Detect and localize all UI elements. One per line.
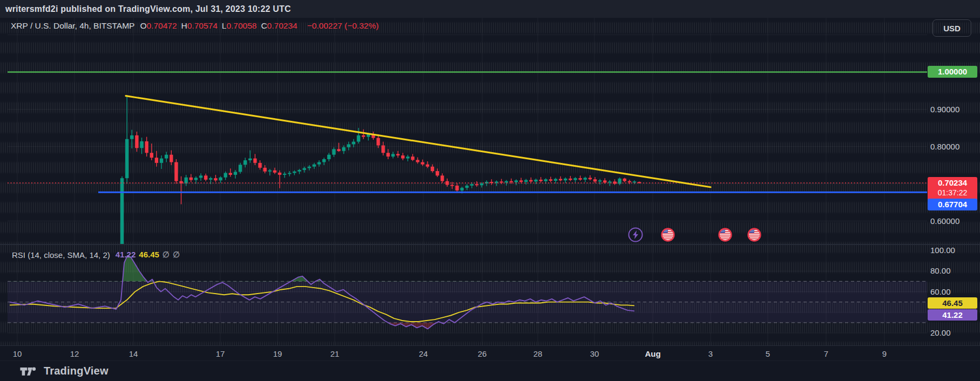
rsi-axis-badge: 46.45 [928, 297, 977, 309]
ohlc-label: L [222, 21, 227, 31]
rsi-axis-label: 20.00 [930, 328, 951, 337]
price-axis-label: 0.60000 [930, 216, 959, 226]
time-axis-label: 21 [330, 349, 340, 358]
time-axis-label: 9 [882, 349, 887, 358]
us-flag-event-icon[interactable] [661, 228, 675, 242]
us-flag-event-icon[interactable] [718, 228, 732, 242]
ohlc-label: O [140, 21, 146, 31]
rsi-values-group: 41.2246.45∅∅ [116, 250, 183, 260]
rsi-axis-label: 80.00 [930, 266, 951, 275]
ohlc-item: H0.70574 [181, 21, 218, 31]
time-axis-label: 30 [590, 349, 599, 358]
ohlc-label: H [181, 21, 187, 31]
ohlc-value: 0.70234 [267, 21, 298, 31]
time-axis-label: 28 [533, 349, 543, 358]
time-axis-label: Aug [645, 349, 660, 358]
rsi-axis-label: 60.00 [930, 287, 951, 296]
time-axis[interactable]: 10121417192124262830Aug3579 [0, 345, 980, 360]
ohlc-item: C0.70234 [261, 21, 297, 31]
last-price-badge: 0.7023401:37:22 [928, 177, 977, 201]
ohlc-value: 0.70058 [226, 21, 256, 31]
ohlc-group: O0.70472H0.70574L0.70058C0.70234 [140, 21, 301, 31]
null-value-symbol: ∅ [173, 250, 180, 259]
ohlc-item: O0.70472 [140, 21, 177, 31]
symbol-title[interactable]: XRP / U.S. Dollar, 4h, BITSTAMP [11, 21, 134, 31]
time-axis-label: 24 [419, 349, 428, 358]
time-axis-label: 17 [216, 349, 225, 358]
ohlc-item: L0.70058 [222, 21, 257, 31]
bar-countdown-timer: 01:37:22 [928, 188, 977, 198]
symbol-legend: XRP / U.S. Dollar, 4h, BITSTAMP O0.70472… [11, 21, 379, 31]
change-value: −0.00227 (−0.32%) [307, 21, 379, 31]
null-value-symbol: ∅ [163, 250, 170, 259]
time-axis-label: 10 [13, 349, 22, 358]
ohlc-value: 0.70472 [146, 21, 177, 31]
price-axis-label: 0.90000 [930, 105, 959, 114]
rsi-title[interactable]: RSI (14, close, SMA, 14, 2) [12, 250, 110, 260]
price-axis-label: 0.80000 [930, 142, 959, 151]
chart-canvas[interactable] [0, 0, 980, 381]
last-price-value: 0.70234 [928, 178, 977, 188]
price-level-badge-blue: 0.67704 [928, 199, 977, 210]
time-axis-label: 3 [708, 349, 713, 358]
rsi-axis-badge: 41.22 [928, 309, 977, 321]
ohlc-value: 0.70574 [187, 21, 218, 31]
time-axis-label: 12 [70, 349, 79, 358]
price-axis[interactable]: 0.900000.800000.60000100.0080.0060.0020.… [927, 18, 980, 345]
time-axis-label: 19 [273, 349, 282, 358]
tradingview-published-chart: writersmfd2i published on TradingView.co… [0, 0, 980, 381]
rsi-value: 41.22 [116, 250, 136, 259]
us-flag-event-icon[interactable] [747, 228, 761, 242]
tradingview-logo-icon[interactable] [19, 365, 38, 377]
tradingview-logo-text[interactable]: TradingView [44, 365, 109, 377]
rsi-indicator-legend: RSI (14, close, SMA, 14, 2) 41.2246.45∅∅ [12, 250, 183, 260]
lightning-event-icon[interactable] [629, 228, 643, 242]
rsi-value: 46.45 [139, 250, 159, 259]
rsi-axis-label: 100.00 [930, 246, 955, 255]
ohlc-label: C [261, 21, 267, 31]
price-level-badge-green: 1.00000 [928, 66, 977, 78]
time-axis-label: 7 [824, 349, 828, 358]
footer-bar: TradingView [0, 360, 980, 381]
time-axis-label: 5 [766, 349, 770, 358]
pane-separator[interactable] [0, 244, 980, 245]
time-axis-label: 26 [478, 349, 487, 358]
time-axis-label: 14 [129, 349, 138, 358]
